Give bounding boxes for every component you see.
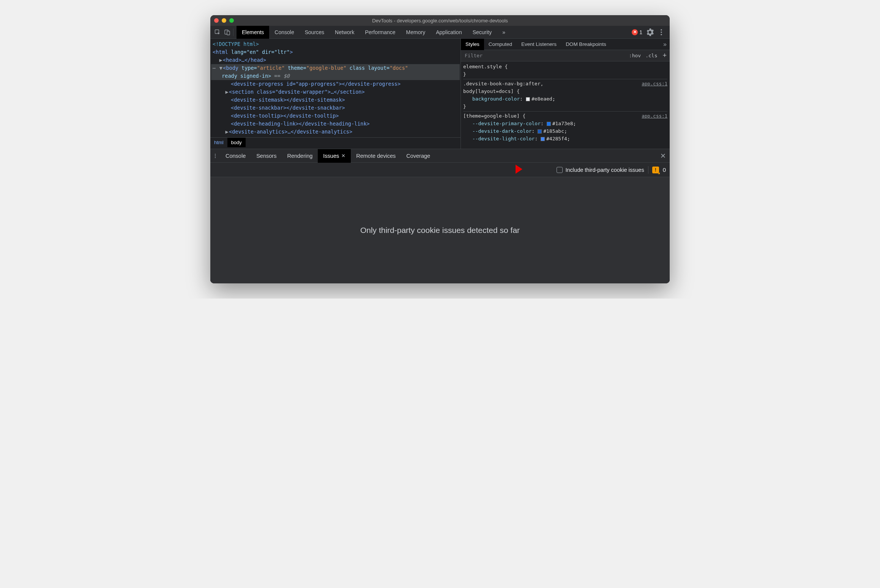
traffic-lights — [214, 18, 234, 23]
svg-point-5 — [661, 34, 662, 35]
error-indicator[interactable]: ✕ 1 — [632, 29, 642, 35]
main-toolbar: Elements Console Sources Network Perform… — [210, 26, 670, 39]
tab-console[interactable]: Console — [269, 26, 299, 39]
titlebar: DevTools - developers.google.com/web/too… — [210, 15, 670, 26]
more-menu-icon[interactable] — [658, 28, 665, 36]
svg-point-6 — [215, 154, 216, 154]
stab-listeners[interactable]: Event Listeners — [517, 39, 561, 50]
issues-count-icon[interactable]: ! — [652, 167, 659, 173]
color-swatch[interactable] — [526, 97, 530, 101]
stab-more[interactable]: » — [660, 41, 670, 48]
tab-security[interactable]: Security — [467, 26, 497, 39]
color-swatch[interactable] — [538, 129, 542, 134]
styles-filter-input[interactable] — [461, 53, 627, 58]
annotation-arrow — [506, 162, 522, 178]
tab-sources[interactable]: Sources — [300, 26, 330, 39]
tab-elements[interactable]: Elements — [237, 26, 269, 39]
drawer-tab-coverage[interactable]: Coverage — [401, 149, 435, 163]
window-title: DevTools - developers.google.com/web/too… — [210, 18, 670, 24]
rule-source[interactable]: app.css:1 — [642, 80, 667, 88]
elements-panel: <!DOCTYPE html> <html lang="en" dir="ltr… — [210, 39, 461, 149]
devtools-window: DevTools - developers.google.com/web/too… — [210, 15, 670, 283]
breadcrumb: html body — [210, 137, 461, 147]
tab-network[interactable]: Network — [330, 26, 360, 39]
drawer-tab-sensors[interactable]: Sensors — [251, 149, 282, 163]
tab-application[interactable]: Application — [431, 26, 467, 39]
svg-point-8 — [215, 157, 216, 158]
issues-toolbar: Include third-party cookie issues ! 0 — [210, 163, 670, 177]
styles-filter-row: :hov .cls + — [461, 50, 670, 61]
drawer-tab-remote[interactable]: Remote devices — [351, 149, 401, 163]
issues-count: 0 — [663, 167, 666, 173]
svg-point-7 — [215, 155, 216, 156]
dom-tree[interactable]: <!DOCTYPE html> <html lang="en" dir="ltr… — [210, 39, 461, 137]
main-area: <!DOCTYPE html> <html lang="en" dir="ltr… — [210, 39, 670, 149]
svg-point-3 — [661, 29, 662, 31]
stab-styles[interactable]: Styles — [461, 39, 484, 50]
styles-tabs: Styles Computed Event Listeners DOM Brea… — [461, 39, 670, 50]
drawer-close-icon[interactable]: ✕ — [656, 152, 670, 160]
tab-more[interactable]: » — [497, 26, 511, 39]
tab-performance[interactable]: Performance — [360, 26, 401, 39]
drawer-tab-console[interactable]: Console — [220, 149, 251, 163]
drawer-menu-icon[interactable] — [210, 153, 220, 159]
close-button[interactable] — [214, 18, 219, 23]
inspect-icon[interactable] — [213, 27, 222, 37]
error-icon: ✕ — [632, 29, 638, 35]
separator — [233, 28, 233, 36]
error-count: 1 — [639, 29, 642, 35]
styles-rules[interactable]: element.style { } app.css:1 .devsite-boo… — [461, 61, 670, 149]
stab-dom-breakpoints[interactable]: DOM Breakpoints — [561, 39, 611, 50]
color-swatch[interactable] — [547, 122, 551, 126]
close-tab-icon[interactable]: ✕ — [341, 149, 345, 163]
selected-node[interactable]: ⋯ ▼<body type="article" theme="google-bl… — [211, 64, 460, 80]
tab-memory[interactable]: Memory — [401, 26, 431, 39]
styles-panel: Styles Computed Event Listeners DOM Brea… — [461, 39, 670, 149]
stab-computed[interactable]: Computed — [484, 39, 517, 50]
drawer-tabs: Console Sensors Rendering Issues✕ Remote… — [210, 149, 670, 163]
dom-doctype: <!DOCTYPE html> — [213, 41, 259, 47]
panel-tabs: Elements Console Sources Network Perform… — [237, 26, 511, 39]
new-style-rule-icon[interactable]: + — [659, 52, 670, 60]
third-party-checkbox-label[interactable]: Include third-party cookie issues — [557, 167, 644, 173]
zoom-button[interactable] — [229, 18, 234, 23]
drawer-tab-rendering[interactable]: Rendering — [282, 149, 318, 163]
settings-icon[interactable] — [646, 28, 654, 36]
crumb-html[interactable]: html — [210, 138, 227, 147]
hov-toggle[interactable]: :hov — [627, 53, 643, 58]
minimize-button[interactable] — [222, 18, 226, 23]
crumb-body[interactable]: body — [227, 138, 246, 147]
svg-rect-2 — [227, 31, 230, 35]
device-toggle-icon[interactable] — [222, 27, 232, 37]
color-swatch[interactable] — [541, 137, 545, 141]
drawer: Console Sensors Rendering Issues✕ Remote… — [210, 149, 670, 283]
svg-point-4 — [661, 31, 662, 33]
rule-source[interactable]: app.css:1 — [642, 112, 667, 120]
issues-empty-state: Only third-party cookie issues detected … — [210, 177, 670, 283]
third-party-checkbox[interactable] — [557, 167, 563, 173]
cls-toggle[interactable]: .cls — [643, 53, 659, 58]
drawer-tab-issues[interactable]: Issues✕ — [318, 149, 351, 163]
separator — [648, 166, 648, 174]
